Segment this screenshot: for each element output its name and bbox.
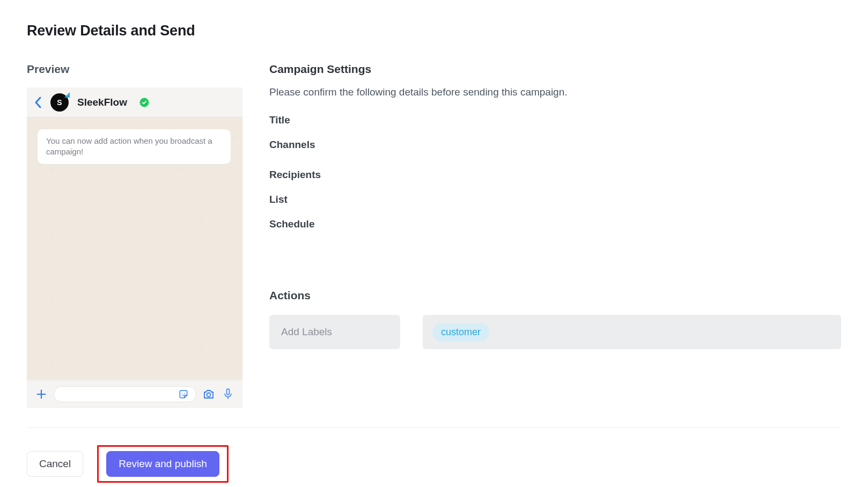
cancel-button[interactable]: Cancel — [27, 451, 83, 477]
field-list: List — [269, 194, 841, 205]
sticker-icon[interactable] — [176, 387, 190, 401]
mic-icon[interactable] — [221, 387, 235, 401]
back-icon[interactable] — [34, 97, 42, 108]
action-type-label: Add Labels — [281, 326, 332, 338]
avatar-letter: S — [57, 98, 62, 107]
preview-column: Preview S SleekFlow You can now add acti… — [27, 63, 244, 408]
avatar: S — [50, 93, 69, 112]
field-schedule: Schedule — [269, 218, 841, 230]
svg-rect-4 — [227, 389, 230, 395]
action-value-box: customer — [423, 315, 841, 349]
preview-heading: Preview — [27, 63, 244, 76]
plus-icon[interactable] — [34, 387, 48, 401]
label-chip: customer — [432, 323, 489, 341]
actions-row: Add Labels customer — [269, 315, 841, 349]
message-text: You can now add action when you broadcas… — [46, 136, 212, 156]
page-title: Review Details and Send — [27, 23, 841, 39]
message-input[interactable] — [54, 386, 196, 402]
phone-header: S SleekFlow — [27, 87, 242, 117]
action-type-box: Add Labels — [269, 315, 400, 349]
phone-input-bar — [27, 380, 242, 408]
svg-point-2 — [184, 393, 185, 394]
contact-name: SleekFlow — [77, 97, 127, 108]
svg-point-3 — [207, 393, 211, 397]
campaign-settings-heading: Campaign Settings — [269, 63, 841, 76]
camera-icon[interactable] — [202, 387, 216, 401]
message-bubble: You can now add action when you broadcas… — [38, 129, 231, 164]
avatar-corner-icon — [64, 92, 70, 98]
svg-point-1 — [182, 393, 183, 394]
content-row: Preview S SleekFlow You can now add acti… — [27, 63, 841, 408]
field-title: Title — [269, 114, 841, 126]
settings-column: Campaign Settings Please confirm the fol… — [269, 63, 841, 408]
field-channels: Channels — [269, 139, 841, 151]
verified-badge-icon — [139, 97, 150, 108]
chat-body: You can now add action when you broadcas… — [27, 117, 242, 380]
actions-heading: Actions — [269, 289, 841, 302]
highlight-frame: Review and publish — [97, 445, 229, 483]
confirm-text: Please confirm the following details bef… — [269, 86, 841, 98]
svg-marker-0 — [64, 92, 70, 98]
field-recipients: Recipients — [269, 169, 841, 181]
phone-preview: S SleekFlow You can now add action when … — [27, 87, 242, 408]
review-publish-button[interactable]: Review and publish — [106, 451, 219, 477]
footer-button-row: Cancel Review and publish — [27, 428, 841, 483]
